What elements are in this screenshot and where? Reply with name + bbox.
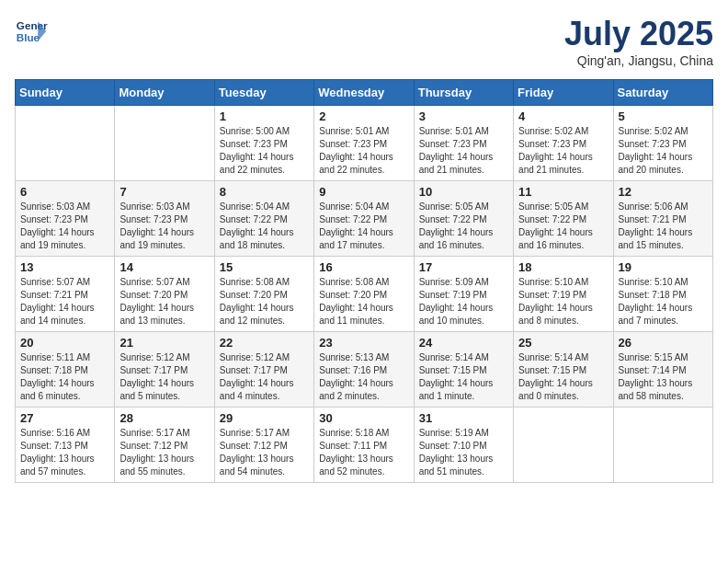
calendar-cell: 1Sunrise: 5:00 AM Sunset: 7:23 PM Daylig…	[214, 106, 313, 181]
calendar-cell: 2Sunrise: 5:01 AM Sunset: 7:23 PM Daylig…	[314, 106, 414, 181]
day-info: Sunrise: 5:11 AM Sunset: 7:18 PM Dayligh…	[20, 351, 109, 403]
day-info: Sunrise: 5:00 AM Sunset: 7:23 PM Dayligh…	[220, 125, 309, 177]
calendar-cell	[115, 106, 214, 181]
weekday-header-tuesday: Tuesday	[214, 80, 313, 106]
day-number: 26	[619, 336, 708, 350]
weekday-header-thursday: Thursday	[414, 80, 513, 106]
calendar-cell: 15Sunrise: 5:08 AM Sunset: 7:20 PM Dayli…	[214, 257, 313, 332]
day-info: Sunrise: 5:10 AM Sunset: 7:19 PM Dayligh…	[518, 276, 608, 327]
calendar-cell: 21Sunrise: 5:12 AM Sunset: 7:17 PM Dayli…	[115, 332, 214, 408]
day-info: Sunrise: 5:07 AM Sunset: 7:20 PM Dayligh…	[119, 276, 209, 327]
calendar-cell	[16, 106, 115, 181]
day-info: Sunrise: 5:01 AM Sunset: 7:23 PM Dayligh…	[319, 125, 408, 177]
day-number: 20	[20, 336, 109, 350]
calendar-cell: 23Sunrise: 5:13 AM Sunset: 7:16 PM Dayli…	[314, 332, 414, 408]
weekday-header-monday: Monday	[115, 80, 214, 106]
calendar-cell: 5Sunrise: 5:02 AM Sunset: 7:23 PM Daylig…	[613, 106, 712, 181]
calendar-cell: 9Sunrise: 5:04 AM Sunset: 7:22 PM Daylig…	[314, 181, 414, 257]
day-info: Sunrise: 5:08 AM Sunset: 7:20 PM Dayligh…	[319, 276, 408, 327]
day-number: 4	[518, 109, 608, 123]
week-row-1: 1Sunrise: 5:00 AM Sunset: 7:23 PM Daylig…	[16, 106, 713, 181]
day-number: 28	[119, 411, 209, 425]
week-row-5: 27Sunrise: 5:16 AM Sunset: 7:13 PM Dayli…	[16, 408, 713, 483]
calendar-cell: 7Sunrise: 5:03 AM Sunset: 7:23 PM Daylig…	[115, 181, 214, 257]
calendar-cell: 14Sunrise: 5:07 AM Sunset: 7:20 PM Dayli…	[115, 257, 214, 332]
day-number: 18	[518, 260, 608, 274]
calendar-cell: 11Sunrise: 5:05 AM Sunset: 7:22 PM Dayli…	[514, 181, 613, 257]
day-info: Sunrise: 5:06 AM Sunset: 7:21 PM Dayligh…	[619, 201, 708, 252]
calendar-cell: 13Sunrise: 5:07 AM Sunset: 7:21 PM Dayli…	[16, 257, 115, 332]
day-info: Sunrise: 5:14 AM Sunset: 7:15 PM Dayligh…	[518, 351, 608, 403]
logo-icon: General Blue	[15, 15, 48, 48]
day-info: Sunrise: 5:03 AM Sunset: 7:23 PM Dayligh…	[119, 201, 209, 252]
day-number: 21	[119, 336, 209, 350]
page-header: General Blue July 2025 Qing'an, Jiangsu,…	[15, 15, 713, 68]
day-info: Sunrise: 5:17 AM Sunset: 7:12 PM Dayligh…	[119, 427, 209, 478]
calendar-cell: 18Sunrise: 5:10 AM Sunset: 7:19 PM Dayli…	[514, 257, 613, 332]
day-number: 5	[619, 109, 708, 123]
title-block: July 2025 Qing'an, Jiangsu, China	[564, 15, 713, 68]
day-info: Sunrise: 5:08 AM Sunset: 7:20 PM Dayligh…	[220, 276, 309, 327]
day-info: Sunrise: 5:17 AM Sunset: 7:12 PM Dayligh…	[220, 427, 309, 478]
day-info: Sunrise: 5:02 AM Sunset: 7:23 PM Dayligh…	[619, 125, 708, 177]
day-info: Sunrise: 5:18 AM Sunset: 7:11 PM Dayligh…	[319, 427, 408, 478]
day-number: 23	[319, 336, 408, 350]
calendar-cell: 24Sunrise: 5:14 AM Sunset: 7:15 PM Dayli…	[414, 332, 513, 408]
weekday-header-row: SundayMondayTuesdayWednesdayThursdayFrid…	[16, 80, 713, 106]
calendar-cell: 29Sunrise: 5:17 AM Sunset: 7:12 PM Dayli…	[214, 408, 313, 483]
weekday-header-saturday: Saturday	[613, 80, 712, 106]
day-number: 19	[619, 260, 708, 274]
day-info: Sunrise: 5:19 AM Sunset: 7:10 PM Dayligh…	[419, 427, 508, 478]
day-number: 14	[119, 260, 209, 274]
calendar-cell: 30Sunrise: 5:18 AM Sunset: 7:11 PM Dayli…	[314, 408, 414, 483]
day-number: 1	[220, 109, 309, 123]
calendar-cell: 27Sunrise: 5:16 AM Sunset: 7:13 PM Dayli…	[16, 408, 115, 483]
day-number: 27	[20, 411, 109, 425]
day-info: Sunrise: 5:15 AM Sunset: 7:14 PM Dayligh…	[619, 351, 708, 403]
day-info: Sunrise: 5:13 AM Sunset: 7:16 PM Dayligh…	[319, 351, 408, 403]
day-number: 3	[419, 109, 508, 123]
day-number: 11	[518, 185, 608, 199]
day-info: Sunrise: 5:10 AM Sunset: 7:18 PM Dayligh…	[619, 276, 708, 327]
day-number: 22	[220, 336, 309, 350]
day-number: 17	[419, 260, 508, 274]
day-number: 9	[319, 185, 408, 199]
day-info: Sunrise: 5:12 AM Sunset: 7:17 PM Dayligh…	[119, 351, 209, 403]
calendar-cell	[613, 408, 712, 483]
calendar-cell: 10Sunrise: 5:05 AM Sunset: 7:22 PM Dayli…	[414, 181, 513, 257]
week-row-3: 13Sunrise: 5:07 AM Sunset: 7:21 PM Dayli…	[16, 257, 713, 332]
day-info: Sunrise: 5:05 AM Sunset: 7:22 PM Dayligh…	[419, 201, 508, 252]
calendar-cell: 16Sunrise: 5:08 AM Sunset: 7:20 PM Dayli…	[314, 257, 414, 332]
day-number: 10	[419, 185, 508, 199]
svg-text:Blue: Blue	[17, 31, 40, 43]
day-info: Sunrise: 5:09 AM Sunset: 7:19 PM Dayligh…	[419, 276, 508, 327]
weekday-header-friday: Friday	[514, 80, 613, 106]
month-title: July 2025	[564, 15, 713, 53]
week-row-4: 20Sunrise: 5:11 AM Sunset: 7:18 PM Dayli…	[16, 332, 713, 408]
day-info: Sunrise: 5:05 AM Sunset: 7:22 PM Dayligh…	[518, 201, 608, 252]
day-info: Sunrise: 5:03 AM Sunset: 7:23 PM Dayligh…	[20, 201, 109, 252]
logo: General Blue	[15, 15, 48, 48]
calendar-cell: 31Sunrise: 5:19 AM Sunset: 7:10 PM Dayli…	[414, 408, 513, 483]
day-info: Sunrise: 5:04 AM Sunset: 7:22 PM Dayligh…	[220, 201, 309, 252]
calendar-cell: 19Sunrise: 5:10 AM Sunset: 7:18 PM Dayli…	[613, 257, 712, 332]
day-number: 12	[619, 185, 708, 199]
day-info: Sunrise: 5:12 AM Sunset: 7:17 PM Dayligh…	[220, 351, 309, 403]
week-row-2: 6Sunrise: 5:03 AM Sunset: 7:23 PM Daylig…	[16, 181, 713, 257]
day-info: Sunrise: 5:07 AM Sunset: 7:21 PM Dayligh…	[20, 276, 109, 327]
location: Qing'an, Jiangsu, China	[564, 53, 713, 68]
day-number: 25	[518, 336, 608, 350]
day-info: Sunrise: 5:02 AM Sunset: 7:23 PM Dayligh…	[518, 125, 608, 177]
calendar-cell: 4Sunrise: 5:02 AM Sunset: 7:23 PM Daylig…	[514, 106, 613, 181]
day-info: Sunrise: 5:01 AM Sunset: 7:23 PM Dayligh…	[419, 125, 508, 177]
calendar-cell: 8Sunrise: 5:04 AM Sunset: 7:22 PM Daylig…	[214, 181, 313, 257]
day-number: 30	[319, 411, 408, 425]
calendar-cell	[514, 408, 613, 483]
day-info: Sunrise: 5:04 AM Sunset: 7:22 PM Dayligh…	[319, 201, 408, 252]
calendar-cell: 6Sunrise: 5:03 AM Sunset: 7:23 PM Daylig…	[16, 181, 115, 257]
day-number: 8	[220, 185, 309, 199]
day-number: 24	[419, 336, 508, 350]
day-number: 16	[319, 260, 408, 274]
weekday-header-sunday: Sunday	[16, 80, 115, 106]
day-number: 13	[20, 260, 109, 274]
